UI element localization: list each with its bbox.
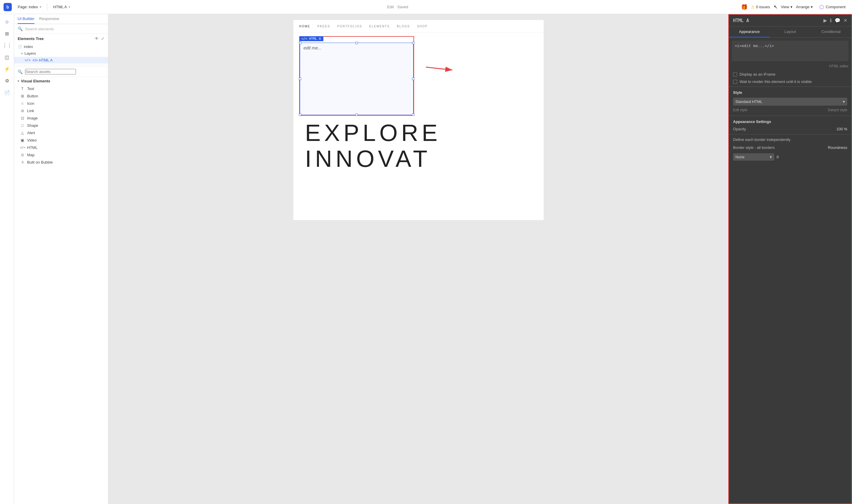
- border-style-select[interactable]: None ▾: [733, 153, 774, 161]
- gift-icon[interactable]: 🎁: [741, 4, 747, 10]
- nav-home[interactable]: HOME: [299, 25, 310, 28]
- tree-header-actions: 👁 ⤢: [94, 36, 105, 41]
- element-item-video[interactable]: ▣ Video: [14, 137, 108, 144]
- nav-shop[interactable]: SHOP: [417, 25, 428, 28]
- rp-divider-3: [729, 134, 851, 134]
- cursor-icon[interactable]: ↖: [773, 4, 778, 10]
- handle-top-left[interactable]: [299, 42, 301, 44]
- html-editor-link[interactable]: HTML editor: [729, 64, 851, 71]
- app-logo[interactable]: b: [3, 3, 12, 11]
- element-item-alert[interactable]: △ Alert: [14, 129, 108, 137]
- tree-item-html-a[interactable]: </> </> HTML A: [14, 57, 108, 64]
- page-selector[interactable]: Page: index ▾: [15, 3, 44, 10]
- rail-layers-icon[interactable]: ⋮⋮: [2, 40, 12, 51]
- tree-item-index[interactable]: 📄 index: [14, 43, 108, 50]
- element-item-button-label: Button: [27, 94, 38, 98]
- rail-plugin-icon[interactable]: ⚡: [2, 64, 12, 74]
- html-element-box[interactable]: </> HTML A edit me...: [299, 36, 414, 115]
- search-assets-input[interactable]: [25, 69, 76, 74]
- handle-middle-right[interactable]: [412, 78, 414, 80]
- handle-bottom-center[interactable]: [355, 113, 358, 116]
- handle-top-right[interactable]: [412, 42, 414, 44]
- tab-ui-builder[interactable]: UI Builder: [18, 17, 34, 24]
- nav-elements[interactable]: ELEMENTS: [369, 25, 390, 28]
- style-select-value: Standard HTML: [735, 100, 763, 104]
- rp-tab-appearance[interactable]: Appearance: [729, 26, 770, 37]
- wait-render-row[interactable]: Wait to render this element until it is …: [729, 78, 851, 85]
- text-element-icon: T: [20, 87, 25, 91]
- main-canvas[interactable]: HOME PAGES PORTFOLIOS ELEMENTS BLOGS SHO…: [108, 14, 728, 504]
- tree-item-index-label: index: [24, 44, 33, 49]
- nav-blogs[interactable]: BLOGS: [397, 25, 410, 28]
- element-item-html-label: HTML: [27, 145, 37, 150]
- display-iframe-checkbox[interactable]: [733, 72, 737, 76]
- visual-elements-header[interactable]: ▾ Visual Elements: [14, 77, 108, 85]
- opacity-row: Opacity 100 %: [729, 125, 851, 133]
- element-item-map[interactable]: ⊙ Map: [14, 151, 108, 159]
- view-button[interactable]: View ▾: [781, 5, 793, 9]
- bubble-element-icon: ·b: [20, 161, 25, 164]
- element-item-html[interactable]: </> HTML: [14, 144, 108, 151]
- display-iframe-row[interactable]: Display as an iFrame: [729, 71, 851, 78]
- visibility-toggle-icon[interactable]: 👁: [94, 36, 99, 41]
- wait-render-label: Wait to render this element until it is …: [740, 79, 812, 84]
- icon-rail: ⊹ ⊞ ⋮⋮ ◫ ⚡ ⚙ 📄: [0, 14, 14, 504]
- search-elements-input[interactable]: [25, 27, 105, 31]
- tree-item-layers[interactable]: ▾ Layers: [14, 50, 108, 57]
- style-select[interactable]: Standard HTML ▾: [733, 98, 847, 106]
- rp-comment-icon[interactable]: 💬: [835, 18, 840, 23]
- rp-close-button[interactable]: ✕: [844, 18, 847, 23]
- file-icon: 📄: [18, 45, 22, 49]
- opacity-value[interactable]: 100 %: [836, 127, 847, 131]
- view-chevron-icon: ▾: [790, 5, 793, 9]
- code-content: <i>edit me...</i>: [735, 43, 774, 48]
- border-select-value: None: [735, 155, 745, 159]
- rp-divider-1: [729, 87, 851, 87]
- roundness-value: 0: [777, 155, 779, 159]
- right-panel: HTML A ▶ ℹ 💬 ✕ Appearance Layout Conditi…: [728, 14, 852, 504]
- element-item-bubble[interactable]: ·b Built on Bubble: [14, 159, 108, 166]
- handle-middle-left[interactable]: [299, 78, 301, 80]
- component-selector[interactable]: HTML A ▾: [51, 3, 381, 10]
- rail-page-icon[interactable]: 📄: [2, 87, 12, 98]
- element-item-text[interactable]: T Text: [14, 85, 108, 92]
- expand-icon[interactable]: ⤢: [101, 36, 105, 41]
- code-editor-area[interactable]: <i>edit me...</i>: [732, 41, 849, 61]
- search-elements-icon: 🔍: [18, 26, 23, 31]
- nav-portfolios[interactable]: PORTFOLIOS: [337, 25, 362, 28]
- issues-button[interactable]: ⚠ 0 issues: [751, 5, 770, 10]
- element-item-video-label: Video: [27, 138, 37, 142]
- element-item-icon[interactable]: ☆ Icon: [14, 100, 108, 107]
- rp-tab-layout[interactable]: Layout: [770, 26, 811, 37]
- handle-bottom-left[interactable]: [299, 113, 301, 116]
- rp-info-icon[interactable]: ℹ: [830, 18, 832, 23]
- rail-settings-icon[interactable]: ⚙: [2, 75, 12, 86]
- right-panel-header-actions: ▶ ℹ 💬 ✕: [823, 18, 847, 23]
- element-item-button[interactable]: ⊞ Button: [14, 92, 108, 100]
- rp-divider-2: [729, 115, 851, 116]
- element-item-image[interactable]: ⊡ Image: [14, 114, 108, 122]
- html-element-content: edit me...: [300, 43, 413, 53]
- arrange-button[interactable]: Arrange ▾: [796, 5, 813, 9]
- handle-top-center[interactable]: [355, 42, 358, 44]
- rail-data-icon[interactable]: ◫: [2, 52, 12, 62]
- rail-grid-icon[interactable]: ⊞: [2, 28, 12, 39]
- detach-style-link[interactable]: Detach style: [828, 108, 847, 112]
- component-chevron-icon: ▾: [69, 5, 70, 8]
- rail-cursor-icon[interactable]: ⊹: [2, 17, 12, 27]
- handle-bottom-right[interactable]: [412, 113, 414, 116]
- rp-tab-conditional[interactable]: Conditional: [811, 26, 851, 37]
- arrange-chevron-icon: ▾: [811, 5, 813, 9]
- wait-render-checkbox[interactable]: [733, 80, 737, 84]
- rp-play-icon[interactable]: ▶: [823, 18, 827, 23]
- tab-responsive[interactable]: Responsive: [39, 17, 59, 24]
- red-arrow: [423, 61, 458, 79]
- edit-style-link[interactable]: Edit style: [733, 108, 747, 112]
- component-button[interactable]: ⬡ Component: [816, 2, 849, 12]
- website-nav: HOME PAGES PORTFOLIOS ELEMENTS BLOGS SHO…: [293, 20, 544, 33]
- element-item-link[interactable]: ⊘ Link: [14, 107, 108, 114]
- element-item-shape[interactable]: □ Shape: [14, 122, 108, 129]
- canvas-inner: HOME PAGES PORTFOLIOS ELEMENTS BLOGS SHO…: [108, 14, 728, 504]
- element-list: T Text ⊞ Button ☆ Icon ⊘ Link ⊡ Image □ …: [14, 85, 108, 166]
- nav-pages[interactable]: PAGES: [317, 25, 330, 28]
